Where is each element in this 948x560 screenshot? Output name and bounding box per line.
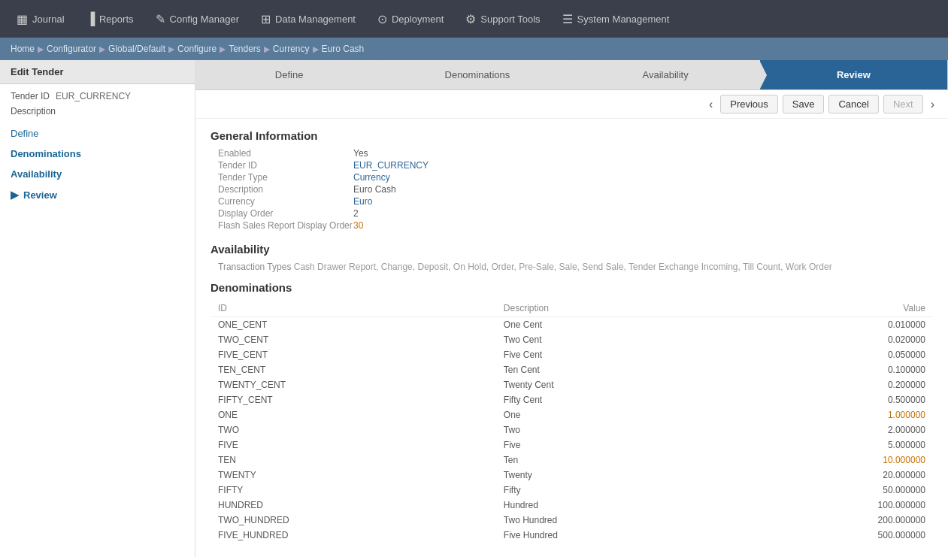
denom-header-row: ID Description Value xyxy=(210,300,933,317)
nav-support-tools[interactable]: ⚙ Support Tools xyxy=(456,6,549,32)
field-flash-sales: Flash Sales Report Display Order 30 xyxy=(210,220,933,231)
denom-val-cell: 100.000000 xyxy=(725,498,933,513)
review-arrow: ▶ xyxy=(11,189,19,201)
denominations-title: Denominations xyxy=(210,281,933,294)
reports-icon: ▐ xyxy=(86,12,95,26)
tender-id-field: Tender ID EUR_CURRENCY xyxy=(0,89,195,104)
denom-val-cell: 50.000000 xyxy=(725,483,933,498)
denom-id-cell: FIVE_CENT xyxy=(210,347,496,362)
journal-icon: ▦ xyxy=(17,12,28,26)
nav-config-manager[interactable]: ✎ Config Manager xyxy=(147,6,249,32)
denom-desc-cell: Hundred xyxy=(496,498,725,513)
wizard-tabs: Define Denominations Availability Review xyxy=(195,60,948,90)
next-arrow-button[interactable]: › xyxy=(928,96,937,113)
denom-desc-cell: Five xyxy=(496,437,725,453)
sidebar-nav: Define Denominations Availability ▶ Revi… xyxy=(0,123,195,205)
denom-row: FIVE_HUNDREDFive Hundred500.000000 xyxy=(210,528,933,543)
denom-id-cell: HUNDRED xyxy=(210,498,496,513)
support-icon: ⚙ xyxy=(465,12,476,26)
denom-desc-cell: Fifty Cent xyxy=(496,392,725,407)
breadcrumb-tenders[interactable]: Tenders xyxy=(229,44,261,54)
denom-row: ONE_CENTOne Cent0.010000 xyxy=(210,317,933,333)
denom-val-cell: 0.050000 xyxy=(725,347,933,362)
denom-id-cell: TEN_CENT xyxy=(210,362,496,377)
save-button[interactable]: Save xyxy=(783,95,825,114)
denom-desc-cell: Two xyxy=(496,422,725,437)
content-area: Define Denominations Availability Review… xyxy=(195,60,948,557)
col-description: Description xyxy=(496,300,725,317)
denom-desc-cell: Five Hundred xyxy=(496,528,725,543)
denominations-label: Denominations xyxy=(11,148,81,159)
previous-button[interactable]: Previous xyxy=(720,95,778,114)
breadcrumb-currency[interactable]: Currency xyxy=(273,44,310,54)
tab-availability[interactable]: Availability xyxy=(572,60,760,89)
denom-val-cell: 0.200000 xyxy=(725,377,933,392)
main-layout: Edit Tender Tender ID EUR_CURRENCY Descr… xyxy=(0,60,948,557)
col-value: Value xyxy=(725,300,933,317)
denom-val-cell: 200.000000 xyxy=(725,513,933,528)
denom-id-cell: TWENTY_CENT xyxy=(210,377,496,392)
denom-val-cell: 500.000000 xyxy=(725,528,933,543)
denom-row: FIFTYFifty50.000000 xyxy=(210,483,933,498)
breadcrumb-euro-cash: Euro Cash xyxy=(322,44,365,54)
field-tender-type: Tender Type Currency xyxy=(210,172,933,183)
denom-desc-cell: Ten Cent xyxy=(496,362,725,377)
denom-row: TWENTY_CENTTwenty Cent0.200000 xyxy=(210,377,933,392)
field-description: Description Euro Cash xyxy=(210,184,933,195)
breadcrumb-configure[interactable]: Configure xyxy=(177,44,217,54)
deployment-icon: ⊙ xyxy=(377,12,387,26)
denom-val-cell: 20.000000 xyxy=(725,468,933,483)
denom-id-cell: TWO_HUNDRED xyxy=(210,513,496,528)
denom-id-cell: FIFTY_CENT xyxy=(210,392,496,407)
tab-define[interactable]: Define xyxy=(195,60,383,89)
prev-arrow-button[interactable]: ‹ xyxy=(706,96,716,113)
nav-deployment[interactable]: ⊙ Deployment xyxy=(368,6,453,32)
denom-val-cell: 2.000000 xyxy=(725,422,933,437)
availability-label: Availability xyxy=(11,168,62,180)
tab-review[interactable]: Review xyxy=(760,60,948,89)
sidebar-item-review[interactable]: ▶ Review xyxy=(0,184,195,205)
breadcrumb-global-default[interactable]: Global/Default xyxy=(108,44,165,54)
breadcrumb-home[interactable]: Home xyxy=(11,44,35,54)
denom-desc-cell: Twenty xyxy=(496,468,725,483)
nav-reports[interactable]: ▐ Reports xyxy=(77,6,143,32)
denom-val-cell: 5.000000 xyxy=(725,437,933,453)
sidebar-item-denominations[interactable]: Denominations xyxy=(0,144,195,164)
top-navigation: ▦ Journal ▐ Reports ✎ Config Manager ⊞ D… xyxy=(0,0,948,38)
availability-title: Availability xyxy=(210,243,933,256)
denom-row: TWENTYTwenty20.000000 xyxy=(210,468,933,483)
nav-system-management[interactable]: ☰ System Management xyxy=(553,6,679,32)
denom-val-cell: 0.010000 xyxy=(725,317,933,333)
denom-val-cell: 0.100000 xyxy=(725,362,933,377)
nav-data-management[interactable]: ⊞ Data Management xyxy=(252,6,365,32)
denom-desc-cell: Two Cent xyxy=(496,332,725,347)
sidebar: Edit Tender Tender ID EUR_CURRENCY Descr… xyxy=(0,60,195,557)
sidebar-item-availability[interactable]: Availability xyxy=(0,164,195,184)
field-display-order: Display Order 2 xyxy=(210,208,933,219)
tab-denominations[interactable]: Denominations xyxy=(383,60,571,89)
denom-row: HUNDREDHundred100.000000 xyxy=(210,498,933,513)
denom-val-cell: 0.500000 xyxy=(725,392,933,407)
denom-desc-cell: Five Cent xyxy=(496,347,725,362)
denom-row: ONEOne1.000000 xyxy=(210,407,933,422)
denom-desc-cell: Two Hundred xyxy=(496,513,725,528)
cancel-button[interactable]: Cancel xyxy=(828,95,878,114)
nav-journal[interactable]: ▦ Journal xyxy=(8,6,74,32)
denom-row: TWOTwo2.000000 xyxy=(210,422,933,437)
sidebar-item-define[interactable]: Define xyxy=(0,123,195,144)
data-icon: ⊞ xyxy=(261,12,271,26)
denom-id-cell: TEN xyxy=(210,453,496,468)
sidebar-title: Edit Tender xyxy=(0,60,195,84)
field-tender-id: Tender ID EUR_CURRENCY xyxy=(210,160,933,171)
next-button[interactable]: Next xyxy=(883,95,923,114)
review-content: General Information Enabled Yes Tender I… xyxy=(195,119,948,557)
breadcrumb: Home ▶ Configurator ▶ Global/Default ▶ C… xyxy=(0,38,948,60)
denom-row: TENTen10.000000 xyxy=(210,453,933,468)
field-currency: Currency Euro xyxy=(210,196,933,207)
general-info-title: General Information xyxy=(210,129,933,142)
denom-val-cell: 10.000000 xyxy=(725,453,933,468)
denom-id-cell: FIVE_HUNDRED xyxy=(210,528,496,543)
breadcrumb-configurator[interactable]: Configurator xyxy=(47,44,96,54)
denom-row: TWO_HUNDREDTwo Hundred200.000000 xyxy=(210,513,933,528)
description-field: Description xyxy=(0,104,195,119)
